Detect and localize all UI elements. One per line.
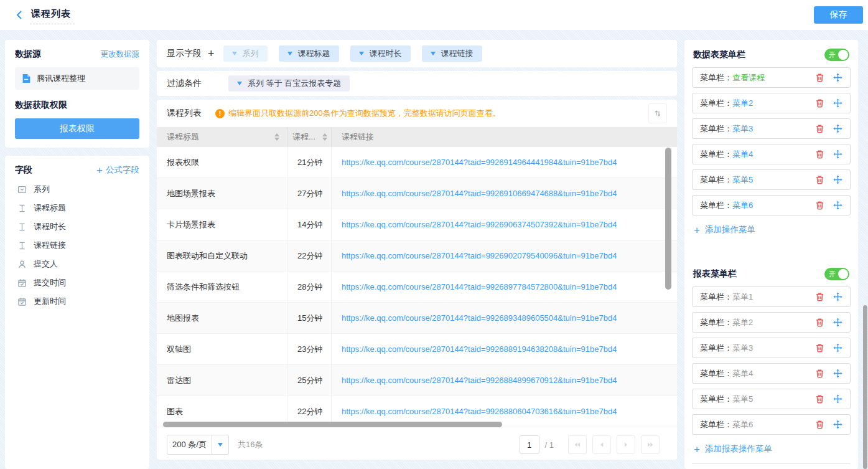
first-page-button[interactable] [568, 435, 587, 454]
move-icon[interactable] [833, 394, 842, 404]
menu-item-name[interactable]: 菜单2 [732, 317, 753, 328]
sort-course-title[interactable] [274, 133, 279, 141]
menu-item-name[interactable]: 菜单4 [732, 149, 753, 160]
menu-item[interactable]: 菜单栏：菜单6 [692, 195, 851, 216]
datasource-item[interactable]: 腾讯课程整理 [15, 67, 139, 90]
course-link[interactable]: https://ke.qq.com/course/2870144?taid=99… [342, 251, 617, 260]
trash-icon[interactable] [815, 369, 824, 378]
menu-item-name[interactable]: 菜单3 [732, 123, 753, 135]
menu-item-name[interactable]: 菜单6 [732, 200, 753, 211]
report-permission-button[interactable]: 报表权限 [15, 118, 139, 139]
page-size-select[interactable]: 200 条/页 [167, 435, 229, 455]
menu-item[interactable]: 菜单栏：菜单4 [692, 144, 851, 164]
menu-item[interactable]: 菜单栏：菜单1 [692, 287, 851, 307]
save-button[interactable]: 保存 [814, 6, 863, 24]
add-display-field-icon[interactable]: + [208, 48, 215, 59]
menu-item-name[interactable]: 菜单5 [732, 174, 753, 186]
last-page-button[interactable] [641, 435, 660, 454]
sort-course-duration[interactable] [322, 133, 327, 141]
trash-icon[interactable] [815, 124, 824, 133]
display-field-tag-series[interactable]: 系列 [223, 45, 268, 62]
menu-item-name[interactable]: 菜单3 [732, 343, 753, 354]
course-link[interactable]: https://ke.qq.com/course/2870144?taid=99… [342, 220, 617, 229]
move-icon[interactable] [833, 124, 842, 133]
trash-icon[interactable] [815, 343, 824, 353]
course-link[interactable]: https://ke.qq.com/course/2870144?taid=99… [342, 313, 617, 323]
chevron-down-icon [212, 435, 228, 454]
move-icon[interactable] [833, 420, 842, 429]
course-link[interactable]: https://ke.qq.com/course/2870144?taid=99… [342, 407, 617, 416]
trash-icon[interactable] [815, 318, 824, 327]
course-link[interactable]: https://ke.qq.com/course/2870144?taid=99… [342, 344, 617, 354]
back-icon[interactable] [14, 9, 25, 21]
menu-item-name[interactable]: 菜单2 [732, 98, 753, 109]
filter-condition-tag[interactable]: 系列 等于 百宝云报表专题 [228, 75, 350, 92]
display-field-tag-course-link[interactable]: 课程链接 [422, 45, 482, 62]
menu-item[interactable]: 菜单栏：菜单3 [692, 118, 851, 139]
move-icon[interactable] [833, 201, 842, 210]
field-item-course-link[interactable]: 课程链接 [15, 236, 139, 255]
menu-item[interactable]: 菜单栏：菜单5 [692, 169, 851, 190]
trash-icon[interactable] [815, 149, 824, 159]
field-item-submit-time[interactable]: 提交时间 [15, 273, 139, 292]
menu-item[interactable]: 菜单栏：查看课程 [692, 67, 851, 88]
field-item-series[interactable]: 系列 [15, 180, 139, 199]
menu-item-prefix: 菜单栏： [700, 291, 732, 303]
field-item-course-title[interactable]: 课程标题 [15, 199, 139, 217]
left-sidebar: 数据源 更改数据源 腾讯课程整理 数据获取权限 报表权限 字段 + 公式字段 [5, 40, 149, 469]
window-scrollbar[interactable] [863, 305, 867, 469]
double-chevron-right-icon [646, 440, 655, 449]
trash-icon[interactable] [815, 394, 824, 404]
menu-item-name[interactable]: 菜单1 [732, 291, 753, 303]
move-icon[interactable] [833, 98, 842, 108]
display-field-tag-course-duration[interactable]: 课程时长 [350, 45, 411, 62]
trash-icon[interactable] [815, 292, 824, 301]
field-item-course-duration[interactable]: 课程时长 [15, 217, 139, 236]
table-horizontal-scrollbar[interactable] [163, 422, 502, 427]
menu-item[interactable]: 菜单栏：菜单5 [692, 389, 851, 409]
display-field-tag-course-title[interactable]: 课程标题 [279, 45, 339, 62]
move-icon[interactable] [833, 318, 842, 327]
table-vertical-scrollbar[interactable] [665, 148, 671, 290]
report-menu-toggle[interactable]: 开 [824, 268, 849, 280]
field-item-update-time[interactable]: 更新时间 [15, 292, 139, 311]
menu-item-name[interactable]: 查看课程 [732, 72, 765, 83]
add-table-menu-link[interactable]: + 添加操作菜单 [692, 224, 851, 235]
course-link[interactable]: https://ke.qq.com/course/2870144?taid=99… [342, 376, 617, 385]
page-title[interactable]: 课程列表 [30, 8, 75, 24]
move-icon[interactable] [833, 175, 842, 184]
menu-item-prefix: 菜单栏： [700, 394, 732, 405]
course-link[interactable]: https://ke.qq.com/course/2870144?taid=99… [342, 282, 617, 291]
field-item-submitter[interactable]: 提交人 [15, 255, 139, 273]
table-sort-button[interactable] [648, 103, 667, 123]
menu-item[interactable]: 菜单栏：菜单2 [692, 93, 851, 113]
add-report-menu-link[interactable]: + 添加报表操作菜单 [692, 443, 851, 455]
move-icon[interactable] [833, 73, 842, 82]
course-link[interactable]: https://ke.qq.com/course/2870144?taid=99… [342, 189, 617, 198]
trash-icon[interactable] [815, 201, 824, 210]
trash-icon[interactable] [815, 420, 824, 429]
trash-icon[interactable] [815, 98, 824, 108]
table-menu-toggle[interactable]: 开 [824, 49, 849, 61]
display-fields-label: 显示字段 [167, 48, 202, 59]
trash-icon[interactable] [815, 175, 824, 184]
menu-item[interactable]: 菜单栏：菜单2 [692, 312, 851, 333]
menu-item[interactable]: 菜单栏：菜单3 [692, 338, 851, 358]
page-number-input[interactable] [520, 435, 539, 454]
move-icon[interactable] [833, 149, 842, 159]
prev-page-button[interactable] [592, 435, 611, 454]
move-icon[interactable] [833, 292, 842, 301]
menu-item[interactable]: 菜单栏：菜单6 [692, 414, 851, 435]
next-page-button[interactable] [617, 435, 635, 454]
trash-icon[interactable] [815, 73, 824, 82]
change-datasource-link[interactable]: 更改数据源 [101, 49, 140, 60]
menu-item-name[interactable]: 菜单5 [732, 394, 753, 405]
menu-item[interactable]: 菜单栏：菜单4 [692, 363, 851, 384]
course-link[interactable]: https://ke.qq.com/course/2870144?taid=99… [342, 158, 617, 167]
document-icon [22, 73, 31, 83]
menu-item-name[interactable]: 菜单4 [732, 368, 753, 379]
menu-item-name[interactable]: 菜单6 [732, 419, 753, 430]
move-icon[interactable] [833, 369, 842, 378]
add-formula-field-link[interactable]: + 公式字段 [96, 164, 139, 176]
move-icon[interactable] [833, 343, 842, 353]
